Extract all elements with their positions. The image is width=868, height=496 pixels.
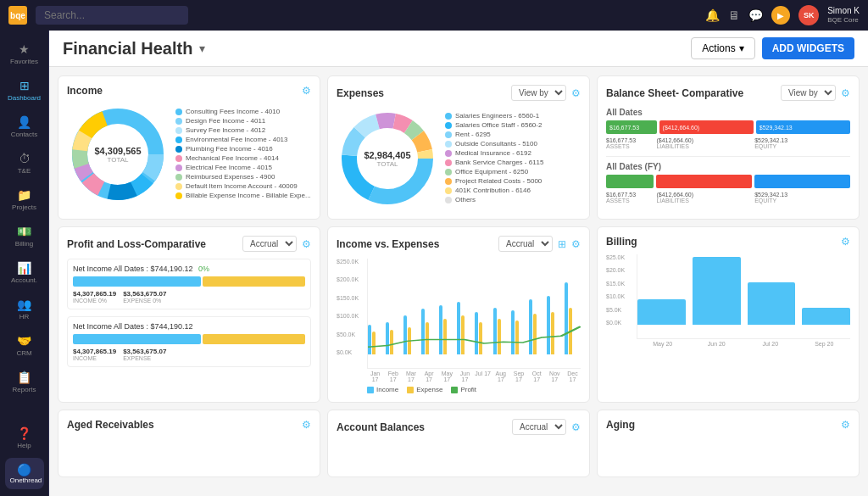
account-balances-controls: Accrual ⚙	[512, 419, 581, 435]
expenses-legend-item: Project Related Costs - 5000	[445, 177, 581, 185]
expenses-widget-title: Expenses	[337, 87, 384, 99]
chart-legend-item: Income	[367, 386, 398, 393]
legend-dot	[175, 174, 182, 181]
pl-income-bar-2	[73, 334, 201, 344]
y-label: $200.0K	[337, 276, 359, 282]
balance-all-dates: All Dates $16,677.53 ($412,664.60) $529,…	[606, 108, 850, 149]
liabilities-value: ($412,664.60)	[663, 125, 700, 131]
profit-loss-settings-icon[interactable]: ⚙	[302, 238, 311, 250]
expense-bar	[390, 330, 393, 354]
aged-receivables-settings-icon[interactable]: ⚙	[302, 419, 311, 431]
bar-group	[457, 302, 473, 354]
legend-dot	[445, 131, 452, 138]
hr-icon: 👥	[17, 298, 31, 311]
ive-table-icon[interactable]: ⊞	[558, 238, 566, 250]
legend-label: Expense	[416, 386, 442, 393]
expenses-settings-icon[interactable]: ⚙	[571, 87, 581, 99]
chat-icon[interactable]: 💬	[748, 8, 763, 22]
x-label: Jul 17	[475, 371, 491, 382]
title-dropdown-arrow[interactable]: ▾	[199, 42, 205, 55]
legend-text: Project Related Costs - 5000	[455, 177, 542, 185]
balance-sheet-settings-icon[interactable]: ⚙	[841, 87, 850, 99]
header-actions: Actions ▾ ADD WIDGETS	[691, 37, 854, 59]
ive-accrual-select[interactable]: Accrual	[498, 236, 553, 252]
sidebar-item-contacts[interactable]: 👤 Contacts	[3, 110, 46, 143]
sidebar-bottom: ❓ Help 🔵 Onethread	[3, 421, 46, 489]
bar-group	[565, 282, 581, 354]
sidebar-item-accounting[interactable]: 📊 Account.	[3, 256, 46, 289]
ive-chart-container: $250.0K$200.0K$150.0K$100.0K$50.0K$0.0K …	[337, 259, 581, 393]
profit-loss-accrual-select[interactable]: Accrual	[242, 236, 297, 252]
main-layout: ★ Favorites ⊞ Dashboard 👤 Contacts ⏱ T&E…	[0, 31, 868, 496]
sidebar-item-crm[interactable]: 🤝 CRM	[3, 329, 46, 362]
x-label: Aug 17	[492, 371, 509, 382]
pl-bar-row-2	[73, 334, 305, 344]
sidebar-item-billing[interactable]: 💵 Billing	[3, 220, 46, 253]
sidebar-item-te[interactable]: ⏱ T&E	[3, 147, 46, 180]
billing-y-label: $5.0K	[606, 307, 625, 313]
play-button[interactable]: ▶	[771, 6, 790, 25]
add-widgets-button[interactable]: ADD WIDGETS	[762, 37, 854, 59]
expense-bar	[426, 322, 429, 354]
sidebar-item-reports[interactable]: 📋 Reports	[3, 365, 46, 398]
sidebar-label-accounting: Account.	[11, 276, 37, 284]
search-input[interactable]	[36, 6, 188, 25]
favorites-icon: ★	[19, 42, 30, 56]
aged-receivables-widget: Aged Receivables ⚙	[58, 410, 320, 477]
sidebar-item-hr[interactable]: 👥 HR	[3, 293, 46, 326]
app-logo: bqe	[8, 6, 27, 25]
income-widget-header: Income ⚙	[67, 85, 311, 97]
billing-header: Billing ⚙	[606, 236, 850, 248]
aging-settings-icon[interactable]: ⚙	[841, 419, 850, 431]
crm-icon: 🤝	[17, 334, 31, 348]
legend-square	[451, 387, 458, 393]
expenses-donut-center: $2,984,405 TOTAL	[364, 150, 410, 168]
legend-dot	[445, 197, 452, 203]
balance-sheet-view-by-select[interactable]: View by	[781, 85, 836, 101]
pl-values-1: $4,307,865.19 INCOME 0% $3,563,675.07 EX…	[73, 290, 305, 304]
legend-text: Salaries Office Staff - 6560-2	[455, 121, 542, 129]
billing-bar-chart	[637, 254, 850, 339]
legend-text: Salaries Engineers - 6560-1	[455, 112, 539, 120]
sidebar-item-projects[interactable]: 📁 Projects	[3, 183, 46, 216]
expenses-view-by-select[interactable]: View by	[511, 85, 566, 101]
monitor-icon[interactable]: 🖥	[728, 8, 740, 22]
user-role: BQE Core	[827, 16, 860, 25]
top-nav-right: 🔔 🖥 💬 ▶ SK Simon K BQE Core	[705, 5, 860, 25]
top-navigation: bqe 🔔 🖥 💬 ▶ SK Simon K BQE Core	[0, 0, 868, 31]
expense-bar	[479, 322, 482, 354]
billing-x-label: Sep 20	[798, 341, 851, 347]
balance-sheet-controls: View by ⚙	[781, 85, 850, 101]
legend-text: Consulting Fees Income - 4010	[186, 108, 280, 115]
equity-label: $529,342.13 EQUITY	[754, 137, 850, 149]
bar-group	[475, 312, 491, 354]
legend-text: Plumbing Fee Income - 4016	[186, 145, 273, 153]
ive-settings-icon[interactable]: ⚙	[571, 238, 581, 250]
sidebar-label-billing: Billing	[15, 240, 33, 248]
legend-dot	[445, 113, 452, 120]
billing-y-label: $0.0K	[606, 320, 625, 326]
billing-icon: 💵	[17, 225, 31, 238]
income-settings-icon[interactable]: ⚙	[302, 85, 311, 97]
billing-x-label: Jun 20	[691, 341, 743, 347]
sidebar-item-favorites[interactable]: ★ Favorites	[3, 37, 46, 70]
bar-group	[368, 325, 384, 354]
actions-button[interactable]: Actions ▾	[691, 37, 754, 59]
legend-dot	[445, 150, 452, 157]
profit-loss-section-1: Net Income All Dates : $744,190.12 0% $4…	[67, 259, 311, 309]
x-label: Dec 17	[565, 371, 581, 382]
expenses-legend-item: Outside Consultants - 5100	[445, 140, 581, 148]
legend-text: Office Equipment - 6250	[455, 168, 528, 176]
sidebar-item-help[interactable]: ❓ Help	[3, 421, 46, 454]
billing-y-label: $10.0K	[606, 293, 625, 299]
bell-icon[interactable]: 🔔	[705, 8, 720, 22]
onethread-logo: 🔵 Onethread	[5, 458, 44, 489]
billing-settings-icon[interactable]: ⚙	[841, 236, 850, 248]
pl-expense-bar-1	[203, 276, 305, 287]
account-balances-settings-icon[interactable]: ⚙	[571, 421, 581, 433]
sidebar-label-dashboard: Dashboard	[8, 94, 41, 102]
sidebar-item-dashboard[interactable]: ⊞ Dashboard	[3, 74, 46, 107]
expenses-legend-item: 401K Contribution - 6146	[445, 187, 581, 194]
income-bar	[475, 312, 478, 354]
account-balances-accrual-select[interactable]: Accrual	[512, 419, 566, 435]
